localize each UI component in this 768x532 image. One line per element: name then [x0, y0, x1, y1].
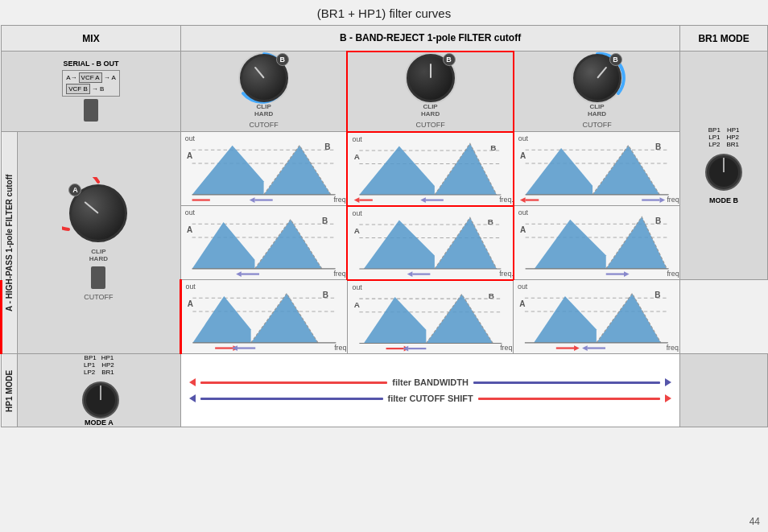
- svg-text:A: A: [520, 151, 526, 160]
- svg-text:A: A: [354, 152, 360, 161]
- svg-text:out: out: [518, 208, 529, 217]
- svg-text:A: A: [187, 225, 192, 234]
- svg-marker-72: [535, 220, 606, 269]
- mode-b-label: MODE B: [680, 196, 767, 204]
- graph-3-1: out freq. A B: [181, 280, 348, 354]
- svg-text:freq.: freq.: [500, 344, 514, 352]
- svg-marker-28: [354, 197, 360, 203]
- svg-marker-115: [583, 345, 588, 351]
- svg-marker-61: [364, 220, 435, 269]
- svg-marker-83: [192, 296, 250, 343]
- a-filter-row-label: A - HIGH-PASS 1-pole FILTER cutoff: [2, 132, 18, 354]
- hp1-mode-cell: BP1HP1 LP1HP2 LP2BR1 MODE A: [17, 354, 180, 427]
- a-cutoff-label: CUTOFF: [84, 293, 113, 301]
- svg-text:freq.: freq.: [333, 270, 346, 278]
- b-cutoff-knob-cell-3: B CLIPHARD CUTOFF: [514, 52, 680, 132]
- svg-marker-43: [659, 197, 665, 203]
- svg-marker-97: [426, 294, 493, 343]
- svg-marker-12: [192, 146, 264, 195]
- graph-1-3: out freq. A B: [514, 132, 680, 206]
- svg-marker-84: [251, 294, 318, 343]
- header-b-filter: B - BAND-REJECT 1-pole FILTER cutoff: [181, 26, 680, 52]
- cutoff-shift-label: filter CUTOFF SHIFT: [388, 394, 473, 403]
- br1-mode-cell: BP1HP1 LP1HP2 LP2BR1 MODE B: [680, 52, 768, 280]
- svg-text:out: out: [353, 209, 363, 217]
- svg-text:freq.: freq.: [333, 196, 346, 204]
- b-cutoff-knob-3[interactable]: B: [573, 54, 621, 102]
- mix-serial-b-out-cell: SERIAL - B OUT A→VCF A→ A VCF B→ B: [2, 52, 181, 132]
- graph-2-3: out freq. A B: [514, 206, 680, 280]
- cutoff-label-3: CUTOFF: [582, 121, 611, 129]
- svg-text:out: out: [518, 134, 529, 142]
- graph-3-2: out freq. A B: [347, 280, 514, 354]
- svg-text:A: A: [353, 300, 359, 309]
- cutoff-label-1: CUTOFF: [249, 121, 278, 129]
- svg-text:A: A: [187, 151, 192, 160]
- svg-text:out: out: [185, 282, 196, 291]
- svg-text:out: out: [518, 282, 528, 291]
- graph-1-1: out freq. A B: [181, 132, 348, 206]
- bandwidth-label: filter BANDWIDTH: [392, 377, 469, 387]
- graph-1-2: out freq. A B: [347, 132, 514, 206]
- svg-marker-65: [407, 271, 413, 277]
- b-cutoff-knob-cell-1: B CLIPHARD CUTOFF: [181, 52, 348, 132]
- svg-marker-96: [364, 296, 426, 343]
- svg-text:out: out: [352, 283, 362, 291]
- b-cutoff-knob-2[interactable]: B: [407, 54, 455, 102]
- b-cutoff-knob-1[interactable]: B: [240, 54, 288, 102]
- svg-marker-110: [597, 294, 661, 343]
- svg-marker-41: [520, 197, 526, 203]
- svg-marker-89: [232, 345, 237, 351]
- svg-text:freq.: freq.: [334, 344, 347, 352]
- svg-text:freq.: freq.: [499, 195, 513, 203]
- svg-marker-17: [250, 197, 255, 203]
- svg-marker-38: [593, 146, 659, 195]
- svg-text:out: out: [353, 135, 363, 143]
- svg-marker-109: [534, 296, 597, 343]
- graph-3-3: out freq. A B: [514, 280, 680, 354]
- svg-text:A: A: [188, 299, 193, 308]
- svg-marker-102: [403, 345, 408, 351]
- graph-2-1: out freq. A B: [181, 206, 348, 280]
- svg-marker-13: [264, 146, 331, 195]
- graph-2-2: out freq. A B: [347, 206, 514, 280]
- header-br1-mode: BR1 MODE: [680, 26, 768, 52]
- svg-text:A: A: [520, 299, 526, 308]
- svg-text:freq.: freq.: [667, 344, 679, 352]
- svg-text:out: out: [185, 134, 196, 142]
- page-number: 44: [749, 516, 760, 527]
- bottom-right-cell: [680, 354, 768, 427]
- svg-text:freq.: freq.: [667, 270, 679, 278]
- svg-marker-51: [255, 220, 322, 269]
- b-cutoff-knob-cell-2: B CLIPHARD CUTOFF: [347, 52, 514, 132]
- svg-text:freq.: freq.: [667, 196, 679, 204]
- serial-b-out-label: SERIAL - B OUT: [3, 60, 179, 68]
- svg-text:out: out: [185, 208, 196, 217]
- cutoff-label-2: CUTOFF: [415, 121, 444, 129]
- svg-marker-113: [575, 345, 580, 351]
- a-filter-knob-cell: A CLIPHARD CUTOFF: [17, 132, 180, 354]
- page-title: (BR1 + HP1) filter curves: [0, 0, 768, 25]
- header-mix: MIX: [2, 26, 181, 52]
- svg-marker-24: [360, 146, 436, 195]
- a-clip-hard-label: CLIPHARD: [89, 249, 108, 263]
- svg-text:A: A: [354, 226, 360, 235]
- svg-text:freq.: freq.: [499, 269, 513, 277]
- svg-marker-50: [192, 222, 255, 269]
- svg-marker-54: [236, 271, 242, 277]
- svg-marker-37: [526, 148, 593, 195]
- svg-marker-25: [435, 143, 497, 195]
- svg-text:A: A: [520, 225, 526, 234]
- hp1-mode-row-label: HP1 MODE: [2, 354, 18, 427]
- bottom-arrows-cell: filter BANDWIDTH filter CUTOFF SHIFT: [181, 354, 680, 427]
- svg-marker-30: [421, 197, 427, 203]
- svg-marker-76: [624, 271, 630, 277]
